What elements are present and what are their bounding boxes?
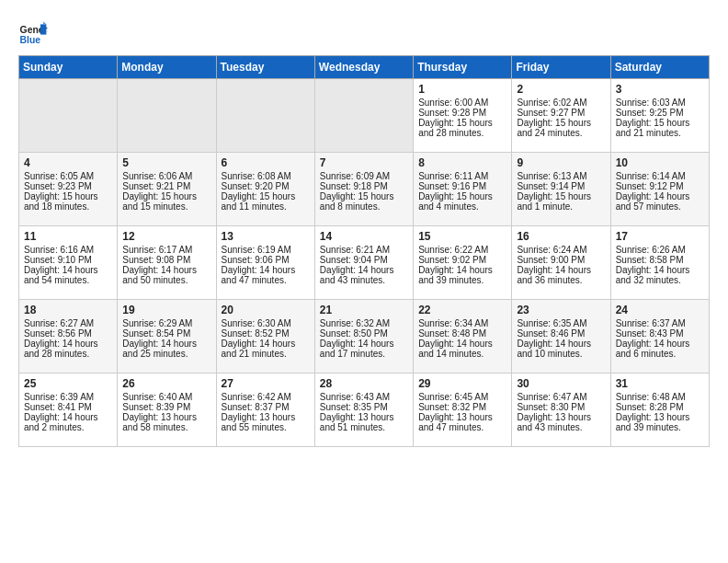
calendar-cell: 30Sunrise: 6:47 AMSunset: 8:30 PMDayligh… (512, 373, 610, 447)
day-info: Sunset: 8:48 PM (418, 328, 506, 339)
calendar-cell (19, 79, 118, 153)
day-info: Daylight: 14 hours (222, 339, 310, 349)
calendar-cell: 31Sunrise: 6:48 AMSunset: 8:28 PMDayligh… (610, 373, 709, 447)
calendar-cell: 21Sunrise: 6:32 AMSunset: 8:50 PMDayligh… (314, 300, 413, 373)
day-number: 8 (418, 156, 506, 169)
day-number: 4 (24, 156, 112, 169)
day-info: and 51 minutes. (320, 422, 408, 432)
day-info: and 21 minutes. (616, 128, 704, 138)
calendar-cell: 10Sunrise: 6:14 AMSunset: 9:12 PMDayligh… (610, 153, 709, 226)
day-number: 9 (517, 156, 605, 169)
day-info: and 10 minutes. (517, 349, 605, 359)
day-number: 5 (122, 156, 210, 169)
day-info: Sunset: 9:23 PM (24, 181, 112, 191)
day-info: Daylight: 14 hours (616, 265, 704, 275)
calendar-cell: 12Sunrise: 6:17 AMSunset: 9:08 PMDayligh… (118, 226, 216, 300)
day-info: Sunrise: 6:48 AM (616, 392, 704, 402)
calendar-cell: 9Sunrise: 6:13 AMSunset: 9:14 PMDaylight… (512, 153, 610, 226)
day-info: and 50 minutes. (122, 275, 210, 285)
day-info: and 8 minutes. (320, 201, 408, 212)
day-info: and 14 minutes. (418, 349, 506, 359)
svg-marker-3 (43, 21, 46, 24)
day-info: and 6 minutes. (616, 349, 704, 359)
day-info: Daylight: 14 hours (24, 412, 112, 422)
day-info: Daylight: 14 hours (616, 339, 704, 349)
calendar-cell: 19Sunrise: 6:29 AMSunset: 8:54 PMDayligh… (118, 300, 216, 373)
day-number: 27 (222, 377, 310, 390)
day-info: Sunset: 9:10 PM (24, 255, 112, 265)
page-header: General Blue (18, 15, 710, 48)
day-info: Sunset: 9:12 PM (616, 181, 704, 191)
day-number: 31 (616, 377, 704, 390)
day-info: and 43 minutes. (517, 422, 605, 432)
day-info: Sunset: 8:32 PM (418, 402, 506, 412)
day-info: Daylight: 14 hours (418, 265, 506, 275)
day-header-monday: Monday (118, 56, 216, 79)
day-number: 17 (616, 230, 704, 243)
calendar-cell: 6Sunrise: 6:08 AMSunset: 9:20 PMDaylight… (216, 153, 314, 226)
day-number: 28 (320, 377, 408, 390)
day-info: Daylight: 13 hours (616, 412, 704, 422)
day-info: Sunset: 8:37 PM (222, 402, 310, 412)
calendar-cell: 28Sunrise: 6:43 AMSunset: 8:35 PMDayligh… (314, 373, 413, 447)
calendar-cell (216, 79, 314, 153)
day-info: Sunrise: 6:32 AM (320, 318, 408, 328)
day-number: 1 (418, 83, 506, 96)
day-info: Daylight: 13 hours (320, 412, 408, 422)
day-info: Sunset: 9:06 PM (222, 255, 310, 265)
day-info: Daylight: 15 hours (122, 191, 210, 201)
day-number: 22 (418, 304, 506, 316)
day-info: Daylight: 15 hours (517, 191, 605, 201)
day-info: Sunrise: 6:29 AM (122, 318, 210, 328)
day-info: Daylight: 15 hours (418, 118, 506, 128)
day-number: 3 (616, 83, 704, 96)
calendar-cell: 24Sunrise: 6:37 AMSunset: 8:43 PMDayligh… (610, 300, 709, 373)
calendar-cell: 11Sunrise: 6:16 AMSunset: 9:10 PMDayligh… (19, 226, 118, 300)
day-info: Sunset: 9:25 PM (616, 108, 704, 118)
day-number: 15 (418, 230, 506, 243)
day-info: Daylight: 13 hours (222, 412, 310, 422)
day-info: and 17 minutes. (320, 349, 408, 359)
day-info: and 4 minutes. (418, 201, 506, 212)
svg-text:Blue: Blue (20, 35, 41, 45)
calendar-cell: 20Sunrise: 6:30 AMSunset: 8:52 PMDayligh… (216, 300, 314, 373)
day-info: Daylight: 14 hours (320, 339, 408, 349)
day-info: Sunset: 8:52 PM (222, 328, 310, 339)
day-info: Sunrise: 6:14 AM (616, 171, 704, 181)
calendar-cell: 8Sunrise: 6:11 AMSunset: 9:16 PMDaylight… (414, 153, 512, 226)
day-info: and 28 minutes. (24, 349, 112, 359)
day-info: Sunrise: 6:00 AM (418, 98, 506, 108)
day-info: Sunset: 9:27 PM (517, 108, 605, 118)
day-info: Daylight: 14 hours (517, 265, 605, 275)
day-info: Sunrise: 6:02 AM (517, 98, 605, 108)
day-info: Sunset: 9:14 PM (517, 181, 605, 191)
day-info: Sunset: 9:08 PM (122, 255, 210, 265)
day-info: Sunrise: 6:24 AM (517, 245, 605, 255)
day-info: Sunrise: 6:37 AM (616, 318, 704, 328)
day-info: Sunset: 8:30 PM (517, 402, 605, 412)
day-number: 26 (122, 377, 210, 390)
calendar-cell: 16Sunrise: 6:24 AMSunset: 9:00 PMDayligh… (512, 226, 610, 300)
day-info: and 47 minutes. (222, 275, 310, 285)
day-info: Daylight: 13 hours (122, 412, 210, 422)
calendar-cell: 25Sunrise: 6:39 AMSunset: 8:41 PMDayligh… (19, 373, 118, 447)
calendar-cell: 27Sunrise: 6:42 AMSunset: 8:37 PMDayligh… (216, 373, 314, 447)
day-info: and 47 minutes. (418, 422, 506, 432)
week-row-4: 18Sunrise: 6:27 AMSunset: 8:56 PMDayligh… (19, 300, 710, 373)
day-info: Sunrise: 6:26 AM (616, 245, 704, 255)
day-info: Sunrise: 6:11 AM (418, 171, 506, 181)
calendar-cell: 3Sunrise: 6:03 AMSunset: 9:25 PMDaylight… (610, 79, 709, 153)
calendar-cell: 15Sunrise: 6:22 AMSunset: 9:02 PMDayligh… (414, 226, 512, 300)
day-info: Sunset: 8:56 PM (24, 328, 112, 339)
calendar-cell: 18Sunrise: 6:27 AMSunset: 8:56 PMDayligh… (19, 300, 118, 373)
calendar-cell: 22Sunrise: 6:34 AMSunset: 8:48 PMDayligh… (414, 300, 512, 373)
day-info: Sunset: 8:41 PM (24, 402, 112, 412)
calendar-cell: 2Sunrise: 6:02 AMSunset: 9:27 PMDaylight… (512, 79, 610, 153)
day-info: Sunrise: 6:35 AM (517, 318, 605, 328)
day-info: Sunset: 9:18 PM (320, 181, 408, 191)
day-info: Daylight: 14 hours (122, 339, 210, 349)
day-info: Sunset: 9:20 PM (222, 181, 310, 191)
day-info: Sunset: 9:21 PM (122, 181, 210, 191)
day-info: and 58 minutes. (122, 422, 210, 432)
day-info: Daylight: 14 hours (517, 339, 605, 349)
